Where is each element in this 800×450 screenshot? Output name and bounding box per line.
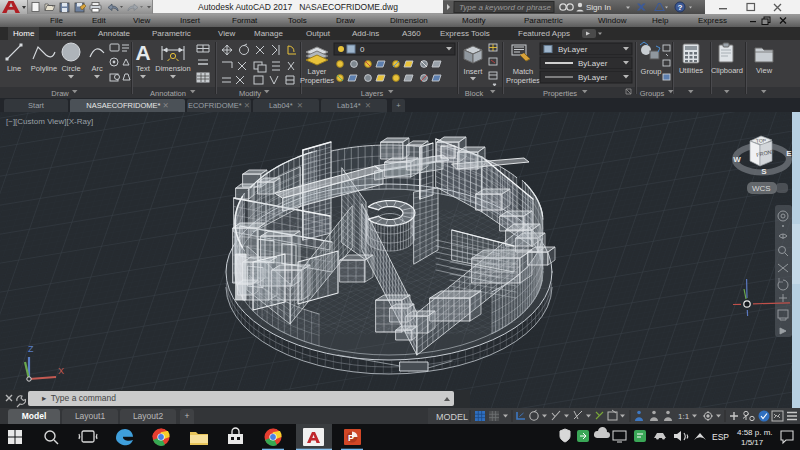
svg-text:E: E — [786, 149, 792, 158]
svg-text:Type a keyword or phrase: Type a keyword or phrase — [459, 3, 551, 12]
svg-text:Annotation: Annotation — [150, 89, 186, 98]
svg-text:ByLayer: ByLayer — [578, 73, 608, 82]
svg-text:S: S — [761, 167, 767, 176]
svg-text:4:58 p. m.: 4:58 p. m. — [737, 428, 773, 437]
svg-text:Dimension: Dimension — [155, 64, 190, 73]
svg-text:Layer: Layer — [308, 67, 327, 76]
svg-text:ByLayer: ByLayer — [558, 45, 588, 54]
svg-text:Polyline: Polyline — [31, 64, 57, 73]
svg-text:0: 0 — [360, 45, 365, 54]
svg-text:Match: Match — [513, 67, 533, 76]
svg-text:A: A — [135, 41, 150, 64]
svg-text:Properties: Properties — [506, 76, 540, 85]
svg-text:?: ? — [678, 3, 683, 12]
svg-text:Groups: Groups — [640, 89, 665, 98]
svg-text:Group: Group — [641, 67, 662, 76]
svg-text:MODEL: MODEL — [436, 412, 468, 422]
svg-text:W: W — [733, 155, 741, 164]
svg-text:Modify: Modify — [239, 89, 261, 98]
svg-text:Draw: Draw — [51, 89, 69, 98]
svg-text:Properties: Properties — [543, 89, 577, 98]
svg-text:Z: Z — [28, 344, 34, 354]
svg-text:Arc: Arc — [91, 64, 103, 73]
svg-text:Text: Text — [136, 64, 151, 73]
svg-text:[−][Custom View][X-Ray]: [−][Custom View][X-Ray] — [6, 117, 93, 126]
svg-text:Sign In: Sign In — [586, 3, 611, 12]
svg-text:Insert: Insert — [464, 67, 484, 76]
svg-text:Layers: Layers — [361, 89, 384, 98]
svg-text:1/5/17: 1/5/17 — [741, 438, 764, 447]
svg-text:TOP: TOP — [756, 137, 767, 144]
svg-text:Properties: Properties — [300, 76, 334, 85]
svg-text:ByLayer: ByLayer — [578, 59, 608, 68]
svg-text:Clipboard: Clipboard — [711, 66, 743, 75]
svg-text:1:1: 1:1 — [678, 412, 690, 421]
svg-text:P: P — [348, 433, 354, 443]
svg-text:X: X — [58, 366, 64, 376]
svg-text:View: View — [756, 66, 773, 75]
svg-text:WCS: WCS — [752, 184, 771, 193]
svg-text:Line: Line — [7, 64, 21, 73]
svg-text:Block: Block — [465, 89, 484, 98]
svg-text:Circle: Circle — [61, 64, 80, 73]
svg-text:ESP: ESP — [712, 432, 729, 442]
svg-text:Utilities: Utilities — [679, 66, 703, 75]
